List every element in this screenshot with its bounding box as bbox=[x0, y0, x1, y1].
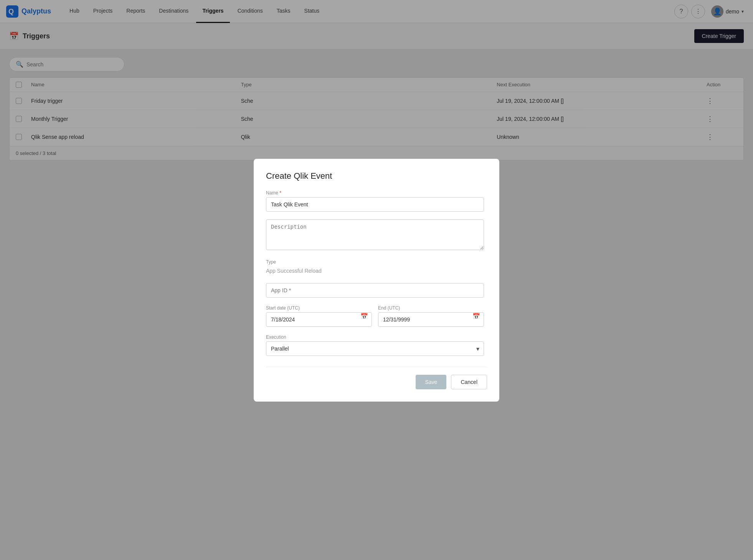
type-section: Type App Successful Reload bbox=[266, 259, 484, 275]
end-date-label: End (UTC) bbox=[378, 305, 484, 311]
cancel-button[interactable]: Cancel bbox=[451, 375, 487, 389]
name-input[interactable] bbox=[266, 197, 484, 212]
end-date-input[interactable] bbox=[378, 312, 484, 327]
end-date-field: End (UTC) 📅 bbox=[378, 305, 484, 327]
modal-body: Name * Type App Successful Reload bbox=[266, 190, 487, 364]
create-qlik-event-modal: Create Qlik Event Name * Type App Succes… bbox=[254, 159, 499, 402]
date-row: Start date (UTC) 📅 End (UTC) 📅 bbox=[266, 305, 484, 327]
start-date-label: Start date (UTC) bbox=[266, 305, 372, 311]
type-value: App Successful Reload bbox=[266, 266, 484, 275]
modal-footer: Save Cancel bbox=[266, 367, 487, 389]
modal-overlay: Create Qlik Event Name * Type App Succes… bbox=[0, 0, 753, 560]
name-field-group: Name * bbox=[266, 190, 484, 212]
app-id-field-group bbox=[266, 283, 484, 298]
description-field-group bbox=[266, 219, 484, 252]
save-button[interactable]: Save bbox=[416, 375, 446, 389]
type-label: Type bbox=[266, 259, 484, 265]
name-label: Name * bbox=[266, 190, 484, 196]
start-date-input[interactable] bbox=[266, 312, 372, 327]
execution-select[interactable]: Parallel Serial bbox=[266, 341, 484, 356]
description-textarea[interactable] bbox=[266, 219, 484, 250]
modal-title: Create Qlik Event bbox=[266, 171, 487, 181]
execution-label: Execution bbox=[266, 334, 484, 340]
execution-field-group: Execution Parallel Serial ▾ bbox=[266, 334, 484, 356]
start-date-field: Start date (UTC) 📅 bbox=[266, 305, 372, 327]
execution-select-wrap: Parallel Serial ▾ bbox=[266, 341, 484, 356]
app-id-input[interactable] bbox=[266, 283, 484, 298]
